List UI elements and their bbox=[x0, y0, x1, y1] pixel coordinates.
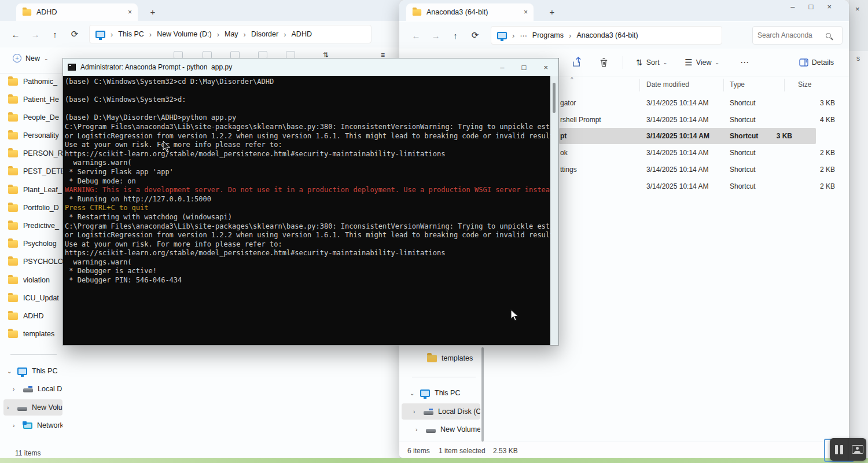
terminal-scrollbar[interactable] bbox=[550, 76, 558, 345]
selection-size: 2.53 KB bbox=[493, 447, 518, 455]
chevron-collapsed-icon[interactable]: › bbox=[7, 405, 13, 411]
new-tab-button[interactable]: + bbox=[545, 5, 559, 19]
back-button[interactable]: ← bbox=[406, 31, 426, 41]
minimize-button[interactable]: – bbox=[500, 63, 504, 72]
camera-button[interactable] bbox=[848, 438, 866, 461]
maximize-button[interactable]: □ bbox=[522, 63, 527, 72]
recorder-widget bbox=[830, 438, 866, 461]
tab-adhd[interactable]: ADHD × bbox=[16, 3, 138, 21]
sidebar-folder[interactable]: People_De bbox=[8, 110, 64, 125]
sidebar-folder[interactable]: ICU_Updat bbox=[8, 291, 64, 306]
breadcrumb-ellipsis[interactable]: ⋯ bbox=[520, 31, 527, 40]
sidebar-folder[interactable]: PSYCHOLO bbox=[8, 254, 64, 269]
column-divider[interactable] bbox=[639, 79, 640, 91]
tab-close-icon[interactable]: × bbox=[128, 8, 132, 16]
sidebar-folder[interactable]: Predictive_ bbox=[8, 218, 64, 233]
sidebar-folder[interactable]: violation bbox=[8, 273, 64, 288]
breadcrumb-this-pc[interactable]: This PC bbox=[118, 30, 144, 38]
tree-item-local-disk[interactable]: › Local Disk (C:) bbox=[9, 381, 62, 397]
address-bar[interactable]: › This PC › New Volume (D:) › May › Diso… bbox=[89, 25, 372, 43]
breadcrumb-adhd[interactable]: ADHD bbox=[292, 30, 312, 38]
up-button[interactable]: ↑ bbox=[45, 30, 65, 39]
sidebar-folder[interactable]: PERSON_R bbox=[8, 146, 64, 161]
folder-icon bbox=[427, 355, 437, 362]
column-divider[interactable] bbox=[784, 79, 785, 91]
sidebar-folder[interactable]: Pathomic_ bbox=[8, 74, 64, 89]
delete-icon[interactable] bbox=[599, 57, 609, 68]
sort-button[interactable]: ⇅ Sort ⌄ bbox=[636, 58, 667, 67]
sidebar-folder[interactable]: ADHD bbox=[8, 308, 64, 324]
maximize-button[interactable]: □ bbox=[809, 2, 814, 11]
column-divider[interactable] bbox=[723, 79, 724, 91]
sidebar-folder[interactable]: Psycholog bbox=[8, 236, 64, 251]
address-bar[interactable]: › ⋯ Programs › Anaconda3 (64-bit) bbox=[491, 26, 722, 45]
forward-button[interactable]: → bbox=[25, 30, 45, 39]
breadcrumb-programs[interactable]: Programs bbox=[532, 31, 564, 39]
close-button[interactable]: × bbox=[543, 63, 548, 72]
sidebar-folder[interactable]: Patient_He bbox=[8, 92, 64, 107]
breadcrumb-may[interactable]: May bbox=[225, 30, 238, 38]
details-button[interactable]: Details bbox=[799, 58, 834, 67]
chevron-collapsed-icon[interactable]: › bbox=[415, 427, 421, 433]
terminal-line: or LogisticRegression from version 1.2.2… bbox=[65, 132, 550, 141]
terminal-scrollbar-thumb[interactable] bbox=[553, 83, 556, 113]
tree-item-this-pc[interactable]: ⌄ This PC bbox=[3, 363, 62, 379]
column-date-modified[interactable]: Date modified bbox=[646, 80, 689, 89]
breadcrumb-new-volume[interactable]: New Volume (D:) bbox=[157, 30, 211, 38]
sidebar-folder[interactable]: Portfolio_D bbox=[8, 200, 64, 215]
refresh-button[interactable]: ⟳ bbox=[465, 30, 485, 41]
share-icon[interactable] bbox=[572, 57, 583, 68]
terminal-output[interactable]: (base) C:\Windows\System32>cd D:\May\Dis… bbox=[63, 76, 550, 345]
terminal-window-controls: – □ × bbox=[500, 58, 554, 76]
new-button[interactable]: + New ⌄ bbox=[13, 54, 49, 63]
search-input[interactable] bbox=[757, 31, 826, 39]
tab-close-icon[interactable]: × bbox=[524, 8, 528, 16]
breadcrumb-anaconda[interactable]: Anaconda3 (64-bit) bbox=[576, 31, 638, 39]
tree-item-this-pc[interactable]: ⌄ This PC bbox=[406, 385, 479, 401]
tree-item-templates[interactable]: templates bbox=[424, 350, 481, 366]
column-size[interactable]: Size bbox=[798, 80, 811, 89]
chevron-collapsed-icon[interactable]: › bbox=[13, 422, 19, 429]
tree-item-network[interactable]: › Network bbox=[9, 417, 62, 433]
terminal-line: WARNING: This is a development server. D… bbox=[65, 186, 550, 195]
folder-icon bbox=[413, 9, 421, 16]
close-button[interactable]: × bbox=[827, 2, 832, 11]
desktop-strip bbox=[0, 458, 868, 463]
sidebar-folder[interactable]: PEST_DETE bbox=[8, 164, 64, 179]
file-type: Shortcut bbox=[730, 99, 756, 107]
sidebar-folder[interactable]: templates bbox=[8, 326, 64, 341]
terminal-line: * Debug mode: on bbox=[65, 177, 550, 186]
minimize-button[interactable]: – bbox=[790, 2, 795, 11]
breadcrumb-disorder[interactable]: Disorder bbox=[251, 30, 278, 38]
status-bar: 6 items 1 item selected 2.53 KB bbox=[399, 442, 849, 458]
new-tab-button[interactable]: + bbox=[146, 5, 160, 19]
refresh-button[interactable]: ⟳ bbox=[65, 29, 84, 39]
chevron-expanded-icon[interactable]: ⌄ bbox=[7, 368, 13, 374]
chevron-icon: › bbox=[149, 30, 152, 39]
file-name: rshell Prompt bbox=[560, 116, 641, 124]
file-row-selected[interactable]: pt 3/14/2025 10:14 AM Shortcut 3 KB bbox=[559, 128, 816, 144]
sidebar-folder[interactable]: Personality bbox=[8, 128, 64, 143]
more-options-button[interactable]: ⋯ bbox=[740, 57, 749, 68]
folder-icon bbox=[8, 132, 18, 139]
nav-pane-scrollbar[interactable] bbox=[481, 347, 484, 442]
chevron-collapsed-icon[interactable]: › bbox=[413, 409, 419, 415]
search-box[interactable] bbox=[752, 26, 843, 45]
close-icon[interactable]: × bbox=[855, 5, 860, 13]
up-button[interactable]: ↑ bbox=[446, 31, 465, 41]
tree-item-new-volume[interactable]: › New Volume ( bbox=[3, 399, 62, 416]
tree-item-local-disk[interactable]: › Local Disk (C:) bbox=[402, 403, 480, 420]
chevron-expanded-icon[interactable]: ⌄ bbox=[410, 390, 415, 396]
back-button[interactable]: ← bbox=[6, 30, 25, 39]
terminal-titlebar[interactable]: Administrator: Anaconda Prompt - python … bbox=[63, 58, 558, 76]
pause-button[interactable] bbox=[830, 438, 848, 461]
view-button[interactable]: ☰ View ⌄ bbox=[685, 57, 719, 68]
column-type[interactable]: Type bbox=[730, 80, 745, 89]
forward-button[interactable]: → bbox=[426, 31, 446, 41]
drive-icon bbox=[426, 429, 436, 433]
tree-item-new-volume[interactable]: › New Volume (I bbox=[412, 421, 480, 438]
chevron-collapsed-icon[interactable]: › bbox=[13, 386, 19, 392]
sidebar-folder[interactable]: Plant_Leaf_ bbox=[8, 182, 64, 197]
tab-anaconda[interactable]: Anaconda3 (64-bit) × bbox=[406, 3, 534, 21]
terminal-line: or LogisticRegression from version 1.2.2… bbox=[65, 231, 550, 240]
